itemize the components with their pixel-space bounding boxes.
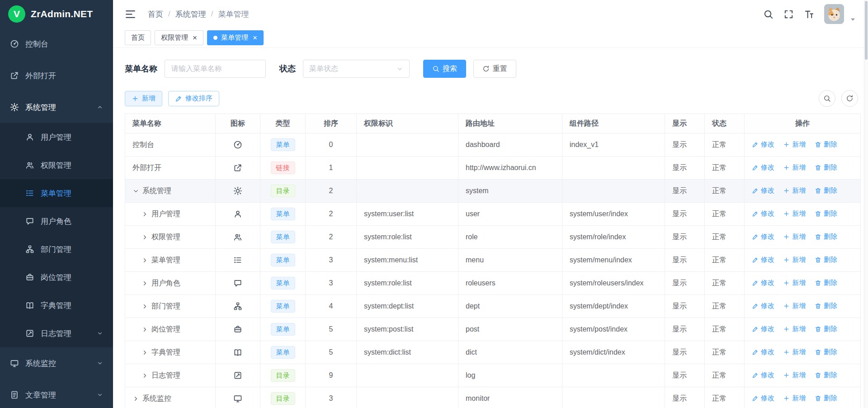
row-add-link[interactable]: 新增 [783,302,806,310]
row-delete-link[interactable]: 删除 [815,209,837,218]
tab-menu-active[interactable]: 菜单管理 × [207,30,264,45]
table-row-dict[interactable]: 字典管理 菜单 5 system:dict:list dict system/d… [125,341,861,364]
toggle-search-button[interactable] [819,90,835,107]
add-button[interactable]: 新增 [125,91,162,106]
row-expand-chevron-right-icon[interactable] [142,280,148,287]
table-row-monitor[interactable]: 系统监控 目录 3 monitor 显示 正常 修改 新增 删除 [125,387,861,408]
row-add-link[interactable]: 新增 [783,256,806,264]
table-row-external[interactable]: 外部打开 链接 1 http://www.izhaorui.cn 显示 正常 修… [125,157,861,180]
row-edit-link[interactable]: 修改 [752,348,774,356]
row-expand-chevron-right-icon[interactable] [142,326,148,333]
plus-icon [783,349,790,356]
row-expand-chevron-right-icon[interactable] [142,303,148,310]
row-delete-link[interactable]: 删除 [815,140,837,149]
hamburger-icon[interactable] [125,9,136,20]
row-edit-link[interactable]: 修改 [752,394,774,403]
user-menu-caret-icon[interactable] [849,16,856,23]
row-add-link[interactable]: 新增 [783,394,806,403]
sidebar-item-article[interactable]: 文章管理 [0,379,113,408]
table-row-role[interactable]: 权限管理 菜单 2 system:role:list role system/r… [125,226,861,249]
row-edit-link[interactable]: 修改 [752,163,774,172]
table-row-console[interactable]: 控制台 菜单 0 dashboard index_v1 显示 正常 修改 新增 … [125,133,861,157]
row-edit-link[interactable]: 修改 [752,140,774,149]
row-edit-link[interactable]: 修改 [752,279,774,287]
sidebar-item-log[interactable]: 日志管理 [0,319,113,347]
refresh-table-button[interactable] [841,90,858,107]
sidebar-item-monitor[interactable]: 系统监控 [0,347,113,379]
row-delete-link[interactable]: 删除 [815,256,837,264]
row-add-link[interactable]: 新增 [783,348,806,356]
row-add-link[interactable]: 新增 [783,163,806,172]
sort-button[interactable]: 修改排序 [168,91,219,106]
table-row-user[interactable]: 用户管理 菜单 2 system:user:list user system/u… [125,203,861,226]
row-expand-chevron-right-icon[interactable] [132,395,139,402]
row-add-link[interactable]: 新增 [783,232,806,241]
sidebar-item-menu[interactable]: 菜单管理 [0,179,113,207]
sidebar-item-console[interactable]: 控制台 [0,28,113,60]
fullscreen-icon[interactable] [783,9,794,19]
sidebar-item-roleusers[interactable]: 用户角色 [0,207,113,235]
user-avatar[interactable] [824,4,844,24]
table-row-system[interactable]: 系统管理 目录 2 system 显示 正常 修改 新增 删除 [125,180,861,203]
menu-name-input[interactable] [165,60,266,78]
tab-close-icon[interactable]: × [253,34,257,42]
column-header: 菜单名称 [125,114,216,133]
row-add-link[interactable]: 新增 [783,279,806,287]
row-delete-link[interactable]: 删除 [815,371,837,380]
table-row-roleusers[interactable]: 用户角色 菜单 3 system:role:list roleusers sys… [125,272,861,295]
row-add-link[interactable]: 新增 [783,325,806,333]
row-delete-link[interactable]: 删除 [815,348,837,356]
breadcrumb-system[interactable]: 系统管理 [175,9,206,19]
row-edit-link[interactable]: 修改 [752,302,774,310]
search-icon[interactable] [763,9,774,19]
type-tag: 菜单 [271,323,295,336]
sidebar-item-dict[interactable]: 字典管理 [0,291,113,319]
sidebar-item-post[interactable]: 岗位管理 [0,263,113,291]
row-add-link[interactable]: 新增 [783,371,806,380]
search-button[interactable]: 搜索 [423,60,466,78]
table-row-menu[interactable]: 菜单管理 菜单 3 system:menu:list menu system/m… [125,249,861,272]
table-row-dept[interactable]: 部门管理 菜单 4 system:dept:list dept system/d… [125,295,861,318]
table-row-post[interactable]: 岗位管理 菜单 5 system:post:list post system/p… [125,318,861,341]
row-edit-link[interactable]: 修改 [752,209,774,218]
row-delete-link[interactable]: 删除 [815,186,837,195]
sidebar-item-dept[interactable]: 部门管理 [0,235,113,263]
row-delete-link[interactable]: 删除 [815,232,837,241]
sidebar-item-role[interactable]: 权限管理 [0,151,113,179]
user-icon [25,133,34,142]
row-delete-link[interactable]: 删除 [815,325,837,333]
row-add-link[interactable]: 新增 [783,140,806,149]
chat-icon [25,217,34,226]
row-add-link[interactable]: 新增 [783,186,806,195]
tab-home[interactable]: 首页 [125,30,151,45]
row-edit-link[interactable]: 修改 [752,232,774,241]
row-expand-chevron-right-icon[interactable] [142,257,148,264]
scrollbar-thumb[interactable] [865,1,868,60]
row-expand-chevron-right-icon[interactable] [142,349,148,356]
page-scrollbar[interactable] [864,0,868,408]
status-select[interactable]: 菜单状态 [303,60,410,78]
breadcrumb-home[interactable]: 首页 [148,9,163,19]
row-delete-link[interactable]: 删除 [815,163,837,172]
row-edit-link[interactable]: 修改 [752,325,774,333]
row-expand-chevron-right-icon[interactable] [142,372,148,379]
row-edit-link[interactable]: 修改 [752,256,774,264]
row-delete-link[interactable]: 删除 [815,279,837,287]
row-edit-link[interactable]: 修改 [752,186,774,195]
sidebar-item-user[interactable]: 用户管理 [0,123,113,151]
tab-role[interactable]: 权限管理 × [155,30,203,45]
row-delete-link[interactable]: 删除 [815,394,837,403]
tab-close-icon[interactable]: × [193,34,197,42]
sidebar-item-system[interactable]: 系统管理 [0,91,113,123]
row-expand-chevron-down-icon[interactable] [132,188,139,195]
reset-button[interactable]: 重置 [473,60,516,78]
book-icon [25,301,34,310]
table-row-log[interactable]: 日志管理 目录 9 log 显示 正常 修改 新增 删除 [125,364,861,387]
row-expand-chevron-right-icon[interactable] [142,211,148,218]
row-expand-chevron-right-icon[interactable] [142,234,148,241]
font-size-icon[interactable] [804,9,814,19]
row-delete-link[interactable]: 删除 [815,302,837,310]
row-add-link[interactable]: 新增 [783,209,806,218]
row-edit-link[interactable]: 修改 [752,371,774,380]
sidebar-item-external[interactable]: 外部打开 [0,60,113,91]
